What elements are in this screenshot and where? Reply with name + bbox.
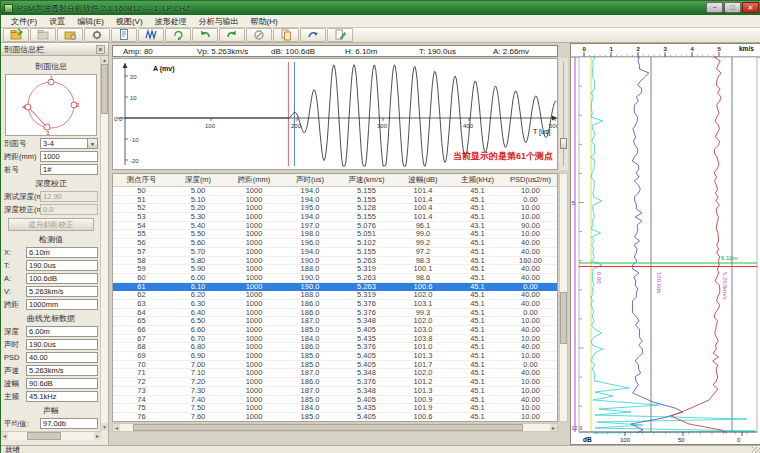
scroll-up-icon[interactable]: ▲ [101,56,108,64]
table-row-61[interactable]: 616.101000190.05.263100.645.10.00 [113,283,557,292]
field-value[interactable]: 190.0us [26,260,98,271]
open-file-button[interactable] [3,28,29,42]
waveform-plot[interactable]: 2010-10-200.0A (mv)100200300400500T [us]… [112,58,558,170]
edit-page-button[interactable] [327,28,353,42]
table-row-66[interactable]: 666.601000185.05.405103.045.140.00 [113,326,557,335]
table-row-62[interactable]: 626.201000188.05.319102.045.140.00 [113,291,557,300]
disabled-button[interactable] [246,28,272,42]
table-row-53[interactable]: 535.301000194.05.155101.445.110.00 [113,213,557,222]
depth-profile-chart[interactable]: 012345km/s512.96.10m0.00100.6db5.263km/s… [570,43,760,445]
table-row-69[interactable]: 696.901000185.05.405101.345.110.00 [113,352,557,361]
scroll-right-icon[interactable]: ► [550,424,557,431]
field-value[interactable]: 97.0db [40,418,98,429]
column-header-3[interactable]: 声时(us) [282,174,338,186]
undo-button[interactable] [192,28,218,42]
redo-button[interactable] [219,28,245,42]
menu-item-3[interactable]: 视图(V) [110,15,149,28]
table-row-76[interactable]: 767.601000185.05.405100.645.110.00 [113,413,557,422]
table-row-68[interactable]: 686.801000186.05.376101.045.140.00 [113,343,557,352]
field-value[interactable]: 5.263km/s [26,286,98,297]
table-row-57[interactable]: 575.701000194.05.15597.245.140.00 [113,248,557,257]
sidebar-horizontal-scrollbar[interactable]: ◄ ► [1,431,101,440]
field-value[interactable]: 45.1kHz [26,391,98,402]
table-row-51[interactable]: 515.101000194.05.155101.445.10.00 [113,196,557,205]
maximize-button[interactable]: □ [724,2,741,13]
field-value[interactable]: 90.6dB [26,378,98,389]
close-icon[interactable]: ✕ [96,45,105,54]
pile-no-input[interactable]: 1# [40,164,98,175]
table-row-59[interactable]: 595.901000188.05.319100.145.140.00 [113,265,557,274]
scrollbar-thumb[interactable] [101,64,108,114]
scrollbar-thumb[interactable] [133,424,523,431]
field-label: 平均值: [4,419,40,429]
transfer-arrow-button[interactable] [300,28,326,42]
field-value[interactable]: 1000mm [26,299,98,310]
column-header-2[interactable]: 跨距(mm) [226,174,282,186]
column-header-5[interactable]: 波幅(dB) [395,174,451,186]
copy-pages-button[interactable] [273,28,299,42]
report-page-button[interactable] [111,28,137,42]
scroll-right-icon[interactable]: ► [94,432,101,440]
table-horizontal-scrollbar[interactable]: ◄ ► [112,423,558,432]
column-header-6[interactable]: 主频(kHz) [451,174,504,186]
column-header-1[interactable]: 深度(m) [170,174,226,186]
scroll-left-icon[interactable]: ◄ [113,424,120,431]
table-row-50[interactable]: 505.001000194.05.155101.445.110.00 [113,187,557,196]
svg-text:0: 0 [737,437,741,443]
table-row-58[interactable]: 585.801000190.05.26398.345.1160.00 [113,257,557,266]
table-row-54[interactable]: 545.401000197.05.07696.143.190.00 [113,222,557,231]
table-row-52[interactable]: 525.201000195.05.128100.445.110.00 [113,204,557,213]
table-vertical-scrollbar[interactable] [559,173,568,422]
table-row-67[interactable]: 676.701000184.05.435103.845.110.00 [113,335,557,344]
refresh-button[interactable] [165,28,191,42]
menu-item-1[interactable]: 设置 [43,15,71,28]
table-header-row[interactable]: 测点序号深度(m)跨距(mm)声时(us)声速(km/s)波幅(dB)主频(kH… [113,174,557,187]
field-value[interactable]: 40.00 [26,352,98,363]
save-folder-button[interactable] [57,28,83,42]
column-header-0[interactable]: 测点序号 [113,174,170,186]
field-value[interactable]: 5.263km/s [26,365,98,376]
panel-header[interactable]: 剖面信息栏 ✕ [1,43,108,56]
table-row-65[interactable]: 656.501000187.05.348102.045.110.00 [113,317,557,326]
field-value[interactable]: 100.6dB [26,273,98,284]
field-value[interactable]: 6.00m [26,326,98,337]
menu-item-4[interactable]: 波形处理 [149,15,193,28]
table-row-64[interactable]: 646.401000186.05.37699.345.10.00 [113,309,557,318]
waveform-view-button[interactable] [138,28,164,42]
scrollbar-thumb[interactable] [560,292,567,344]
menu-item-2[interactable]: 编辑(E) [71,15,110,28]
table-row-74[interactable]: 747.401000185.05.405100.945.140.00 [113,396,557,405]
table-row-72[interactable]: 727.201000186.05.376101.245.110.00 [113,378,557,387]
table-row-71[interactable]: 717.101000187.05.348102.045.140.00 [113,369,557,378]
slider-handle[interactable] [560,138,567,149]
field-value[interactable]: 190.0us [26,339,98,350]
table-row-75[interactable]: 757.501000184.05.435101.945.110.00 [113,404,557,413]
open-file-gray-button[interactable] [30,28,56,42]
sidebar-vertical-scrollbar[interactable]: ▲ ▼ [100,56,108,431]
profile-no-select[interactable]: 3-4 ▼ [40,138,98,149]
title-bar[interactable]: RSM声波透射分析软件 2.1.160812 — 1_LP.CHZ − □ ✕ [1,1,760,15]
close-button[interactable]: ✕ [742,2,759,13]
table-row-55[interactable]: 555.501000198.05.05199.045.110.00 [113,230,557,239]
column-header-7[interactable]: PSD(us2/m) [504,174,557,186]
table-row-56[interactable]: 565.601000196.05.10299.245.140.00 [113,239,557,248]
resize-grip[interactable] [752,447,760,453]
minimize-button[interactable]: − [706,2,723,13]
waveform-zoom-slider[interactable] [559,58,568,170]
span-input[interactable]: 1000 [40,151,98,162]
scrollbar-thumb[interactable] [27,432,61,440]
column-header-4[interactable]: 声速(km/s) [338,174,395,186]
settings-gear-button[interactable] [84,28,110,42]
menu-item-5[interactable]: 分析与输出 [193,15,245,28]
chevron-down-icon[interactable]: ▼ [88,138,98,149]
menu-item-0[interactable]: 文件(F) [5,15,43,28]
field-value[interactable]: 6.10m [26,247,98,258]
table-row-60[interactable]: 606.001000190.05.26398.645.140.00 [113,274,557,283]
field-label: 主频 [4,392,26,402]
table-row-70[interactable]: 707.001000185.05.405101.745.10.00 [113,361,557,370]
table-row-73[interactable]: 737.301000187.05.348101.345.110.00 [113,387,557,396]
table-row-63[interactable]: 636.301000186.05.376103.145.140.00 [113,300,557,309]
menu-item-6[interactable]: 帮助(H) [245,15,284,28]
scroll-down-icon[interactable]: ▼ [101,423,108,431]
scroll-left-icon[interactable]: ◄ [1,432,8,440]
